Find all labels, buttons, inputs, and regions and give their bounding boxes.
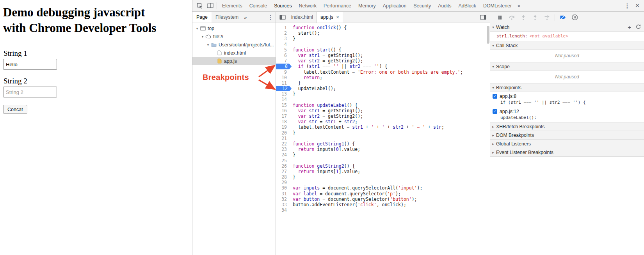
code-line: 28} — [276, 174, 490, 180]
line-number[interactable]: 13 — [276, 91, 289, 97]
section-dom-breakpoints[interactable]: ▸DOM Breakpoints — [490, 131, 644, 140]
code-text — [289, 42, 293, 47]
editor-tab-index-html[interactable]: index.html — [288, 12, 317, 23]
breakpoint-marker[interactable]: 12 — [276, 86, 289, 91]
line-number[interactable]: 16 — [276, 108, 289, 113]
line-number[interactable]: 21 — [276, 136, 289, 141]
code-line: 14 — [276, 97, 490, 102]
close-tab-icon[interactable]: × — [336, 14, 339, 20]
navigator-menu-icon[interactable]: ⋮ — [265, 12, 276, 22]
devtools-tab-adblock[interactable]: AdBlock — [455, 0, 480, 11]
line-number[interactable]: 29 — [276, 180, 289, 185]
breakpoint-checkbox[interactable]: ✓ — [493, 109, 497, 114]
line-number[interactable]: 32 — [276, 197, 289, 202]
line-number[interactable]: 27 — [276, 169, 289, 174]
device-toolbar-icon[interactable] — [205, 1, 215, 11]
line-number[interactable]: 19 — [276, 124, 289, 130]
step-over-icon[interactable] — [506, 12, 518, 23]
add-watch-expression-icon[interactable]: + — [628, 24, 631, 30]
devtools-tab-audits[interactable]: Audits — [434, 0, 455, 11]
tree-item-label: file:// — [213, 34, 223, 39]
deactivate-breakpoints-icon[interactable] — [557, 12, 569, 23]
line-number[interactable]: 31 — [276, 191, 289, 197]
line-number[interactable]: 17 — [276, 113, 289, 119]
devtools-tab-application[interactable]: Application — [379, 0, 410, 11]
editor-tab-app-js[interactable]: app.js× — [317, 12, 343, 23]
section-xhr-fetch-breakpoints[interactable]: ▸XHR/fetch Breakpoints — [490, 122, 644, 131]
code-line: 19 label.textContent = str1 + ' + ' + st… — [276, 124, 490, 130]
tree-item-users-colant-projects-ful[interactable]: ▾Users/colant/projects/ful... — [192, 41, 276, 49]
watch-section-header[interactable]: ▾ Watch + — [490, 23, 644, 32]
line-number[interactable]: 3 — [276, 36, 289, 41]
code-line: 6 var str1 = getString1(); — [276, 53, 490, 58]
line-number[interactable]: 33 — [276, 202, 289, 207]
line-number[interactable]: 5 — [276, 47, 289, 53]
disclosure-triangle-icon: ▾ — [490, 86, 496, 90]
line-number[interactable]: 15 — [276, 103, 289, 108]
line-number[interactable]: 2 — [276, 30, 289, 36]
concat-button[interactable]: Concat — [3, 105, 27, 114]
step-icon[interactable] — [541, 12, 553, 23]
line-number[interactable]: 34 — [276, 207, 289, 213]
step-out-icon[interactable] — [529, 12, 541, 23]
line-number[interactable]: 9 — [276, 69, 289, 75]
toggle-debugger-sidebar-icon[interactable] — [478, 12, 488, 22]
line-number[interactable]: 25 — [276, 158, 289, 163]
devtools-menu-icon[interactable]: ⋮ — [622, 1, 632, 11]
pause-on-exceptions-icon[interactable] — [569, 12, 580, 23]
line-number[interactable]: 20 — [276, 130, 289, 136]
tree-item-index-html[interactable]: index.html — [192, 49, 276, 57]
devtools-tab-performance[interactable]: Performance — [320, 0, 355, 11]
string2-input[interactable] — [3, 87, 57, 97]
step-into-icon[interactable] — [518, 12, 529, 23]
line-number[interactable]: 4 — [276, 42, 289, 47]
devtools-close-icon[interactable]: × — [632, 1, 642, 11]
inspect-element-icon[interactable] — [195, 1, 205, 11]
devtools-tab-network[interactable]: Network — [295, 0, 320, 11]
refresh-watch-icon[interactable] — [636, 24, 641, 30]
pause-script-icon[interactable] — [494, 12, 506, 23]
breakpoint-marker[interactable]: 8 — [276, 64, 289, 69]
devtools-tab-security[interactable]: Security — [410, 0, 434, 11]
string1-input[interactable] — [3, 59, 57, 70]
devtools-tab-domlistener[interactable]: DOMListener — [480, 0, 515, 11]
line-number[interactable]: 30 — [276, 185, 289, 191]
tree-item-app-js[interactable]: app.js — [192, 57, 276, 65]
line-number[interactable]: 23 — [276, 147, 289, 152]
line-number[interactable]: 28 — [276, 174, 289, 180]
breakpoints-section-header[interactable]: ▾ Breakpoints — [490, 83, 644, 92]
devtools-tab-sources[interactable]: Sources — [270, 0, 295, 11]
line-number[interactable]: 14 — [276, 97, 289, 102]
line-number[interactable]: 24 — [276, 152, 289, 158]
line-number[interactable]: 1 — [276, 25, 289, 30]
navigator-tab-filesystem[interactable]: Filesystem — [212, 12, 242, 23]
navigator-overflow-chevron[interactable]: » — [242, 14, 248, 20]
code-line: 1function onClick() { — [276, 25, 490, 30]
devtools-tab-console[interactable]: Console — [246, 0, 270, 11]
devtools-tab-memory[interactable]: Memory — [355, 0, 379, 11]
navigator-tab-page[interactable]: Page — [192, 12, 212, 23]
line-number[interactable]: 18 — [276, 119, 289, 124]
toggle-navigator-icon[interactable] — [278, 12, 288, 22]
breakpoint-checkbox[interactable]: ✓ — [493, 94, 497, 99]
line-number[interactable]: 11 — [276, 80, 289, 86]
line-number[interactable]: 26 — [276, 163, 289, 169]
devtools-top-right: ⋮ × — [622, 1, 644, 11]
tree-item-top[interactable]: ▾top — [192, 24, 276, 32]
line-number[interactable]: 6 — [276, 53, 289, 58]
call-stack-section-header[interactable]: ▾ Call Stack — [490, 41, 644, 50]
breakpoint-entry[interactable]: ✓app.js:12updateLabel(); — [490, 107, 644, 122]
line-number[interactable]: 7 — [276, 58, 289, 64]
section-global-listeners[interactable]: ▸Global Listeners — [490, 139, 644, 148]
devtools-tab-elements[interactable]: Elements — [219, 0, 246, 11]
watch-expression[interactable]: str1.length:<not available> — [490, 32, 644, 41]
tree-item-file[interactable]: ▾file:// — [192, 32, 276, 41]
tabs-overflow-chevron[interactable]: » — [515, 0, 523, 11]
section-event-listener-breakpoints[interactable]: ▸Event Listener Breakpoints — [490, 148, 644, 157]
line-number[interactable]: 10 — [276, 75, 289, 80]
editor-scrollbar[interactable] — [487, 26, 489, 44]
breakpoint-entry[interactable]: ✓app.js:8if (str1 === '' || str2 === '')… — [490, 92, 644, 107]
line-number[interactable]: 22 — [276, 141, 289, 147]
scope-section-header[interactable]: ▾ Scope — [490, 62, 644, 71]
source-code-viewer[interactable]: 1function onClick() {2 start();3}45funct… — [276, 23, 490, 255]
